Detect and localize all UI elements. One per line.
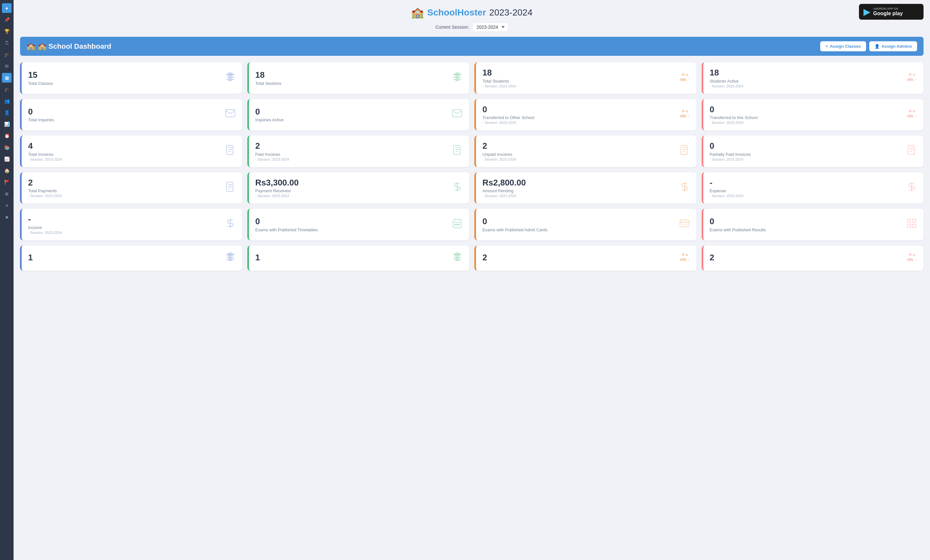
stat-info-4-2: 0Exams with Published Admit Cards bbox=[482, 217, 679, 232]
stat-info-1-3: 0Transferred to this School- Session: 20… bbox=[710, 105, 907, 125]
stat-icon-0-2 bbox=[679, 71, 690, 85]
sidebar-house-icon[interactable]: 🏠 bbox=[2, 166, 12, 175]
stat-icon-5-1 bbox=[452, 251, 463, 265]
stat-icon-3-3 bbox=[906, 181, 917, 195]
session-row: Current Session: 2023-2024 2022-2023 202… bbox=[20, 23, 924, 32]
google-play-badge[interactable]: ▶ ANDROID APP ON Google play bbox=[859, 4, 924, 20]
stat-info-1-2: 0Transferred to Other School- Session: 2… bbox=[482, 105, 679, 125]
stat-value-0-0: 15 bbox=[28, 70, 225, 80]
stat-card-3-2[interactable]: Rs2,800.00Amount Pending- Session: 2023-… bbox=[474, 172, 696, 204]
stat-label-1-1: Inquiries Active bbox=[256, 117, 452, 122]
sidebar-hat-icon[interactable]: 🎓 bbox=[2, 84, 12, 94]
stat-value-0-1: 18 bbox=[256, 70, 452, 80]
stat-label-3-3: Expense bbox=[710, 189, 907, 193]
stat-card-2-3[interactable]: 0Partially Paid Invoices- Session: 2023-… bbox=[702, 135, 924, 167]
stat-value-1-3: 0 bbox=[710, 105, 907, 114]
assign-classes-button[interactable]: ≡ Assign Classes bbox=[820, 41, 866, 51]
sidebar-book-icon[interactable]: 📚 bbox=[2, 143, 12, 152]
brand-year: 2023-2024 bbox=[489, 8, 533, 18]
svg-rect-26 bbox=[226, 182, 233, 191]
svg-point-9 bbox=[913, 110, 915, 113]
sidebar-grid-icon[interactable]: ▦ bbox=[2, 73, 12, 83]
stat-info-2-1: 2Paid Invoices- Session: 2023-2024 bbox=[256, 141, 452, 161]
stat-icon-3-2 bbox=[679, 181, 690, 195]
stat-card-0-2[interactable]: 18Total Students- Session: 2023-2024 bbox=[474, 62, 696, 94]
svg-point-8 bbox=[909, 110, 912, 113]
assign-admins-button[interactable]: 👤 Assign Admins bbox=[869, 41, 917, 51]
stat-card-3-0[interactable]: 2Total Payments- Session: 2023-2024 bbox=[20, 172, 242, 204]
sidebar-trophy-icon[interactable]: 🏆 bbox=[2, 26, 12, 36]
stat-icon-5-3 bbox=[906, 251, 917, 265]
google-play-text: ANDROID APP ON Google play bbox=[873, 7, 903, 17]
sidebar-people-icon[interactable]: 👥 bbox=[2, 96, 12, 106]
stat-value-4-3: 0 bbox=[710, 217, 907, 226]
sidebar-chart-icon[interactable]: 📈 bbox=[2, 154, 12, 164]
stat-label-1-3: Transferred to this School bbox=[710, 115, 907, 120]
stat-card-0-3[interactable]: 18Students Active- Session: 2023-2024 bbox=[702, 62, 924, 94]
stats-row-5: 1122 bbox=[20, 245, 924, 271]
stat-value-2-2: 2 bbox=[482, 141, 679, 150]
sidebar-grad-icon[interactable]: 🎓 bbox=[2, 50, 12, 59]
sidebar-flag-icon[interactable]: 🚩 bbox=[2, 177, 12, 187]
svg-point-51 bbox=[909, 253, 912, 256]
stat-value-4-0: - bbox=[28, 215, 225, 224]
svg-rect-14 bbox=[454, 146, 460, 155]
stat-card-1-2[interactable]: 0Transferred to Other School- Session: 2… bbox=[474, 99, 696, 130]
brand-name: SchoolHoster bbox=[427, 8, 486, 18]
sidebar-circle-icon[interactable]: ⊕ bbox=[2, 189, 12, 199]
stat-info-4-3: 0Exams with Published Results bbox=[710, 217, 907, 232]
stat-card-5-1[interactable]: 1 bbox=[247, 245, 470, 271]
stat-value-5-2: 2 bbox=[482, 253, 679, 262]
stat-icon-2-1 bbox=[452, 144, 463, 158]
stat-label-2-0: Total Invoices bbox=[28, 152, 225, 157]
stat-sub-2-3: - Session: 2023-2024 bbox=[710, 157, 907, 161]
svg-point-52 bbox=[913, 254, 915, 256]
assign-admins-icon: 👤 bbox=[875, 44, 880, 49]
dashboard-title-text: 🏫 School Dashboard bbox=[38, 42, 111, 51]
stat-icon-2-2 bbox=[679, 144, 690, 158]
stat-card-2-0[interactable]: 4Total Invoices- Session: 2023-2024 bbox=[20, 135, 242, 167]
stat-label-1-0: Total Inquiries bbox=[28, 117, 225, 122]
sidebar-eq-icon[interactable]: ≡ bbox=[2, 201, 12, 210]
stat-icon-4-3 bbox=[906, 218, 917, 231]
stat-icon-4-2 bbox=[679, 218, 690, 231]
stat-info-5-2: 2 bbox=[482, 253, 679, 264]
stat-label-0-0: Total Classes bbox=[28, 81, 225, 86]
sidebar-star-icon[interactable]: ★ bbox=[2, 212, 12, 222]
sidebar-note-icon[interactable]: 🗒 bbox=[2, 38, 12, 48]
svg-rect-46 bbox=[913, 219, 916, 222]
stat-card-3-3[interactable]: -Expense- Session: 2023-2024 bbox=[702, 172, 924, 204]
svg-rect-34 bbox=[453, 220, 462, 228]
stat-card-2-2[interactable]: 2Unpaid Invoices- Session: 2023-2024 bbox=[474, 135, 696, 167]
svg-point-0 bbox=[682, 73, 685, 76]
stat-card-4-2[interactable]: 0Exams with Published Admit Cards bbox=[474, 209, 696, 240]
stat-card-3-1[interactable]: Rs3,300.00Payment Received- Session: 202… bbox=[247, 172, 470, 204]
sidebar-pin-icon[interactable]: 📌 bbox=[2, 15, 12, 25]
stat-card-1-3[interactable]: 0Transferred to this School- Session: 20… bbox=[702, 99, 924, 130]
stat-card-4-3[interactable]: 0Exams with Published Results bbox=[702, 209, 924, 240]
sidebar-home-icon[interactable]: ● bbox=[2, 3, 12, 13]
stat-value-3-0: 2 bbox=[28, 178, 225, 187]
stat-card-5-2[interactable]: 2 bbox=[474, 245, 696, 271]
stat-card-2-1[interactable]: 2Paid Invoices- Session: 2023-2024 bbox=[247, 135, 470, 167]
stat-card-0-0[interactable]: 15Total Classes bbox=[20, 62, 242, 94]
stat-info-3-1: Rs3,300.00Payment Received- Session: 202… bbox=[256, 178, 452, 198]
sidebar-report-icon[interactable]: 📊 bbox=[2, 120, 12, 129]
session-select[interactable]: 2023-2024 2022-2023 2021-2022 bbox=[473, 23, 508, 32]
sidebar-mail-icon[interactable]: ✉ bbox=[2, 61, 12, 71]
stat-card-1-0[interactable]: 0Total Inquiries bbox=[20, 99, 242, 130]
stat-card-1-1[interactable]: 0Inquiries Active bbox=[247, 99, 470, 130]
stat-label-2-3: Partially Paid Invoices bbox=[710, 152, 907, 157]
stat-card-4-1[interactable]: 0Exams with Published Timetables bbox=[247, 209, 470, 240]
stat-card-0-1[interactable]: 18Total Sections bbox=[247, 62, 470, 94]
stat-card-5-3[interactable]: 2 bbox=[702, 245, 924, 271]
stat-sub-2-0: - Session: 2023-2024 bbox=[28, 157, 225, 161]
stat-sub-3-3: - Session: 2023-2024 bbox=[710, 194, 907, 198]
svg-rect-40 bbox=[459, 224, 459, 225]
stat-card-5-0[interactable]: 1 bbox=[20, 245, 242, 271]
stat-icon-2-0 bbox=[225, 144, 236, 158]
sidebar-clock-icon[interactable]: ⏰ bbox=[2, 131, 12, 141]
sidebar-person-icon[interactable]: 👤 bbox=[2, 108, 12, 117]
svg-point-1 bbox=[685, 74, 688, 76]
stat-card-4-0[interactable]: -Income- Session: 2023-2024 bbox=[20, 209, 242, 240]
